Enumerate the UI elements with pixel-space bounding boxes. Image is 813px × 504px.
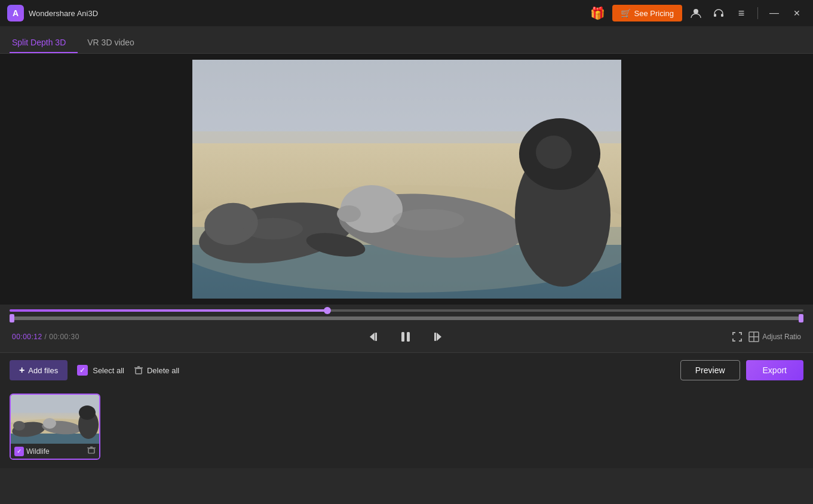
svg-rect-2: [721, 14, 723, 17]
delete-all-container[interactable]: Delete all: [134, 365, 179, 375]
svg-point-33: [13, 421, 25, 431]
adjust-ratio-button[interactable]: Adjust Ratio: [748, 331, 801, 343]
seals-svg: [192, 60, 621, 299]
headset-icon: [713, 8, 724, 19]
right-controls: Adjust Ratio: [731, 331, 801, 343]
add-files-button[interactable]: + Add files: [10, 360, 68, 380]
titlebar-divider: [757, 7, 758, 19]
fullscreen-icon: [731, 331, 743, 343]
svg-point-11: [337, 205, 361, 222]
thumb-seals-svg: [11, 395, 99, 444]
headset-icon-button[interactable]: [710, 4, 728, 22]
tab-vr-3d-video[interactable]: VR 3D video: [85, 32, 146, 53]
svg-point-16: [243, 218, 303, 239]
controls-bar: 00:00:12 / 00:00:30: [0, 305, 813, 352]
svg-point-15: [392, 209, 464, 231]
progress-track[interactable]: [10, 309, 803, 312]
trim-left-handle[interactable]: [10, 314, 14, 322]
see-pricing-label: See Pricing: [634, 9, 674, 18]
video-canvas: [192, 60, 621, 299]
file-checkbox[interactable]: ✓: [14, 447, 24, 456]
adjust-ratio-label: Adjust Ratio: [762, 333, 801, 341]
see-pricing-button[interactable]: 🛒 See Pricing: [612, 5, 682, 21]
trim-track[interactable]: [10, 316, 803, 320]
logo-letter: A: [13, 8, 19, 18]
trim-fill: [10, 316, 803, 320]
svg-rect-1: [714, 14, 716, 17]
export-button[interactable]: Export: [746, 360, 803, 380]
file-name: Wildlife: [24, 447, 87, 456]
add-icon: +: [19, 365, 24, 376]
preview-label: Preview: [695, 365, 725, 375]
svg-rect-22: [434, 333, 436, 341]
gift-button[interactable]: 🎁: [588, 4, 608, 23]
video-preview: [192, 60, 621, 299]
playback-controls: 00:00:12 / 00:00:30: [10, 321, 803, 352]
menu-icon-button[interactable]: ≡: [732, 4, 750, 22]
fullscreen-button[interactable]: [731, 331, 743, 343]
tab-split-depth-3d[interactable]: Split Depth 3D: [10, 32, 78, 53]
file-delete-button[interactable]: [87, 446, 96, 456]
titlebar-actions: 🎁 🛒 See Pricing ≡ — ✕: [588, 4, 806, 23]
export-label: Export: [763, 365, 787, 375]
svg-point-35: [43, 418, 56, 429]
svg-rect-20: [407, 332, 410, 342]
skip-back-button[interactable]: [365, 327, 384, 346]
cart-icon: 🛒: [621, 8, 631, 18]
svg-rect-38: [88, 448, 94, 453]
file-label-bar: ✓ Wildlife: [11, 444, 99, 459]
svg-point-14: [536, 136, 572, 169]
trim-right-handle[interactable]: [799, 314, 803, 322]
select-all-checkbox[interactable]: ✓: [77, 365, 88, 376]
svg-marker-17: [370, 333, 375, 341]
titlebar: A Wondershare Ani3D 🎁 🛒 See Pricing ≡ — …: [0, 0, 813, 26]
file-thumbnail: [11, 395, 99, 444]
svg-point-0: [694, 9, 698, 14]
delete-all-icon: [134, 365, 143, 375]
play-pause-button[interactable]: [396, 327, 415, 346]
preview-button[interactable]: Preview: [680, 360, 740, 380]
list-item[interactable]: ✓ Wildlife: [10, 394, 100, 460]
skip-forward-icon: [430, 330, 443, 343]
total-time: 00:00:30: [49, 333, 79, 341]
video-area: [0, 54, 813, 305]
svg-rect-18: [375, 333, 377, 341]
current-time: 00:00:12: [12, 333, 42, 341]
add-files-label: Add files: [28, 366, 58, 375]
svg-marker-21: [437, 333, 441, 341]
thumb-scene: [11, 395, 99, 444]
app-logo: A: [7, 5, 24, 21]
adjust-ratio-icon: [748, 331, 760, 343]
app-title: Wondershare Ani3D: [29, 9, 584, 18]
delete-all-label: Delete all: [147, 366, 179, 375]
close-button[interactable]: ✕: [788, 4, 806, 22]
svg-rect-26: [136, 368, 142, 374]
file-list-area: ✓ Wildlife: [0, 388, 813, 468]
progress-thumb[interactable]: [324, 307, 331, 314]
svg-rect-19: [401, 332, 404, 342]
bottom-toolbar: + Add files ✓ Select all Delete all Prev…: [0, 352, 813, 388]
progress-fill: [10, 309, 327, 312]
select-all-container[interactable]: ✓ Select all: [77, 365, 124, 376]
user-icon: [691, 8, 701, 19]
seal-scene: [192, 60, 621, 299]
user-icon-button[interactable]: [687, 4, 705, 22]
pause-icon: [399, 330, 412, 343]
time-display: 00:00:12 / 00:00:30: [12, 333, 79, 341]
select-all-label: Select all: [93, 366, 124, 375]
center-controls: [365, 327, 446, 346]
skip-back-icon: [368, 330, 381, 343]
minimize-button[interactable]: —: [765, 4, 783, 22]
right-buttons: Preview Export: [680, 360, 803, 380]
skip-forward-button[interactable]: [427, 327, 446, 346]
tabs-bar: Split Depth 3D VR 3D video: [0, 26, 813, 54]
file-delete-icon: [87, 446, 96, 454]
svg-point-37: [79, 405, 96, 420]
